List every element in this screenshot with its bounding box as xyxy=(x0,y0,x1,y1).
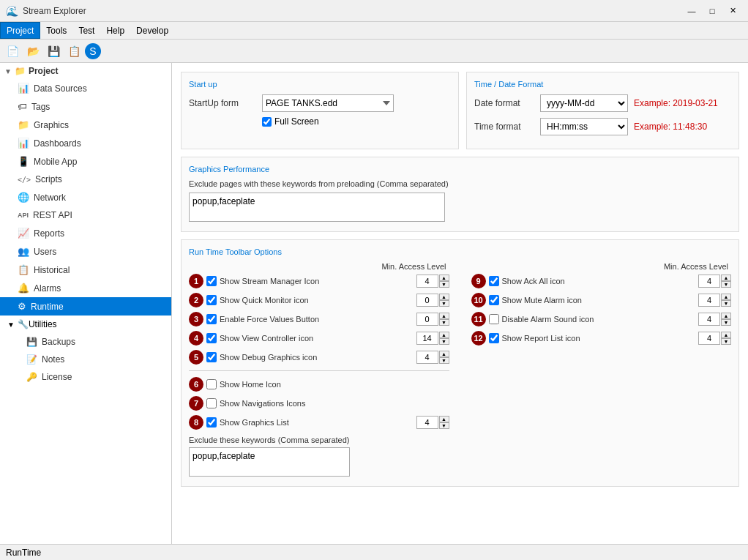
save-button[interactable]: 💾 xyxy=(44,42,63,60)
graphics-perf-input[interactable]: popup,faceplate xyxy=(189,193,445,222)
spin-input-5[interactable] xyxy=(416,351,438,364)
time-format-label: Time format xyxy=(474,122,540,132)
spin-input-4[interactable] xyxy=(416,332,438,345)
spin-down-12[interactable]: ▼ xyxy=(721,338,731,345)
graphics-perf-desc: Exclude pages with these keywords from p… xyxy=(189,179,731,188)
sidebar-item-backups[interactable]: 💾 Backups xyxy=(0,333,171,351)
option-label-3: Enable Force Values Button xyxy=(220,315,414,324)
option-check-7[interactable] xyxy=(206,398,217,408)
keywords-input[interactable]: popup,faceplate xyxy=(189,447,350,477)
option-check-1[interactable] xyxy=(206,276,217,286)
sidebar-item-historical[interactable]: 📋 Historical xyxy=(0,261,171,279)
sidebar-item-data-sources[interactable]: 📊 Data Sources xyxy=(0,79,171,97)
close-button[interactable]: ✕ xyxy=(723,4,742,18)
menu-develop[interactable]: Develop xyxy=(130,22,174,39)
spin-down-3[interactable]: ▼ xyxy=(439,319,449,326)
minimize-button[interactable]: — xyxy=(682,4,701,18)
open-button[interactable]: 📂 xyxy=(23,42,42,60)
spin-input-8[interactable] xyxy=(416,416,438,429)
option-num-3: 3 xyxy=(189,312,203,326)
spin-down-1[interactable]: ▼ xyxy=(439,281,449,288)
sidebar-item-runtime[interactable]: ⚙ Runtime xyxy=(0,297,171,316)
menu-help[interactable]: Help xyxy=(100,22,130,39)
option-check-11[interactable] xyxy=(489,314,499,324)
sidebar-label-utilities: Utilities xyxy=(29,319,57,329)
spin-input-9[interactable] xyxy=(698,275,720,288)
option-check-12[interactable] xyxy=(489,333,499,343)
sidebar-item-tags[interactable]: 🏷 Tags xyxy=(0,97,171,116)
menu-test[interactable]: Test xyxy=(72,22,100,39)
spin-up-1[interactable]: ▲ xyxy=(439,275,449,281)
new-button[interactable]: 📄 xyxy=(3,42,22,60)
menu-project[interactable]: Project xyxy=(0,22,40,39)
sidebar-item-network[interactable]: 🌐 Network xyxy=(0,188,171,206)
option-check-9[interactable] xyxy=(489,276,499,286)
spin-down-11[interactable]: ▼ xyxy=(721,319,731,326)
spin-input-2[interactable] xyxy=(416,294,438,307)
spinbox-11: ▲ ▼ xyxy=(698,313,731,326)
spin-up-11[interactable]: ▲ xyxy=(721,313,731,319)
sidebar-item-utilities[interactable]: ▼ 🔧 Utilities xyxy=(0,316,171,333)
spin-input-12[interactable] xyxy=(698,332,720,345)
spin-input-11[interactable] xyxy=(698,313,720,326)
tags-icon: 🏷 xyxy=(18,101,27,112)
spin-down-5[interactable]: ▼ xyxy=(439,357,449,364)
spin-input-10[interactable] xyxy=(698,294,720,307)
full-screen-checkbox[interactable] xyxy=(262,117,272,127)
left-col-header: Min. Access Level xyxy=(189,262,449,271)
sidebar-item-graphics[interactable]: 📁 Graphics xyxy=(0,116,171,134)
sidebar-item-alarms[interactable]: 🔔 Alarms xyxy=(0,279,171,297)
spin-input-1[interactable] xyxy=(416,275,438,288)
graphics-perf-section: Graphics Performance Exclude pages with … xyxy=(181,157,739,232)
option-check-4[interactable] xyxy=(206,333,217,343)
spin-down-4[interactable]: ▼ xyxy=(439,338,449,345)
option-check-3[interactable] xyxy=(206,314,217,324)
option-check-10[interactable] xyxy=(489,295,499,305)
sidebar-item-license[interactable]: 🔑 License xyxy=(0,368,171,386)
spin-up-8[interactable]: ▲ xyxy=(439,416,449,422)
spin-down-8[interactable]: ▼ xyxy=(439,422,449,429)
spin-up-2[interactable]: ▲ xyxy=(439,294,449,300)
datetime-header: Time / Date Format xyxy=(474,80,731,89)
sidebar-item-notes[interactable]: 📝 Notes xyxy=(0,351,171,368)
sidebar-label-backups: Backups xyxy=(42,337,75,347)
spin-down-9[interactable]: ▼ xyxy=(721,281,731,288)
sidebar-project[interactable]: ▼ 📁 Project xyxy=(0,63,171,79)
time-format-select[interactable]: HH:mm:ss xyxy=(540,118,628,135)
rest-api-icon: API xyxy=(18,212,29,219)
menu-tools[interactable]: Tools xyxy=(40,22,72,39)
maximize-button[interactable]: □ xyxy=(703,4,722,18)
option-check-8[interactable] xyxy=(206,417,217,428)
sidebar-item-rest-api[interactable]: API REST API xyxy=(0,206,171,224)
options-left: Min. Access Level 1 Show Stream Manager … xyxy=(189,262,449,479)
spin-up-10[interactable]: ▲ xyxy=(721,294,731,300)
spin-up-3[interactable]: ▲ xyxy=(439,313,449,319)
spin-down-2[interactable]: ▼ xyxy=(439,300,449,307)
left-divider xyxy=(189,370,449,371)
option-check-5[interactable] xyxy=(206,352,217,362)
startup-form-select[interactable]: PAGE TANKS.edd xyxy=(262,94,394,112)
sidebar-item-scripts[interactable]: </> Scripts xyxy=(0,171,171,188)
option-row-5: 5 Show Debug Graphics icon ▲ ▼ xyxy=(189,350,449,365)
app-icon: 🌊 xyxy=(6,5,18,17)
spin-up-9[interactable]: ▲ xyxy=(721,275,731,281)
utilities-icon: 🔧 xyxy=(18,319,29,329)
sidebar-item-users[interactable]: 👥 Users xyxy=(0,242,171,261)
spin-up-4[interactable]: ▲ xyxy=(439,332,449,338)
spin-input-3[interactable] xyxy=(416,313,438,326)
date-format-select[interactable]: yyyy-MM-dd xyxy=(540,94,628,112)
spin-down-10[interactable]: ▼ xyxy=(721,300,731,307)
sidebar-item-dashboards[interactable]: 📊 Dashboards xyxy=(0,134,171,152)
top-sections: Start up StartUp form PAGE TANKS.edd Ful… xyxy=(181,72,739,149)
option-row-9: 9 Show Ack All icon ▲ ▼ xyxy=(471,274,732,288)
copy-button[interactable]: 📋 xyxy=(64,42,83,60)
content-area: Start up StartUp form PAGE TANKS.edd Ful… xyxy=(172,63,748,560)
option-check-6[interactable] xyxy=(206,379,217,389)
sidebar-item-mobile-app[interactable]: 📱 Mobile App xyxy=(0,152,171,171)
spin-up-12[interactable]: ▲ xyxy=(721,332,731,338)
spinbox-12: ▲ ▼ xyxy=(698,332,731,345)
option-check-2[interactable] xyxy=(206,295,217,305)
settings-button[interactable]: S xyxy=(85,43,101,59)
sidebar-item-reports[interactable]: 📈 Reports xyxy=(0,224,171,242)
spin-up-5[interactable]: ▲ xyxy=(439,351,449,357)
